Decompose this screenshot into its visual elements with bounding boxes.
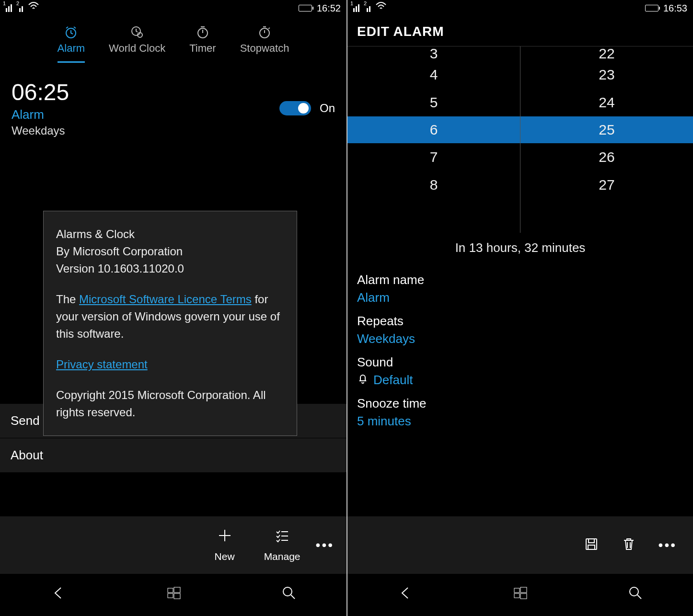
svg-rect-12 <box>588 545 595 549</box>
manage-button[interactable]: Manage <box>258 528 306 562</box>
delete-button[interactable] <box>621 536 636 554</box>
privacy-link[interactable]: Privacy statement <box>56 358 148 371</box>
picker-row[interactable]: 22 <box>520 46 693 61</box>
signal-sim2-icon: 2 <box>19 4 23 12</box>
minute-column[interactable]: 22 23 24 25 26 27 <box>520 46 693 233</box>
command-bar: ••• <box>347 516 693 574</box>
svg-rect-7 <box>168 593 173 598</box>
search-button[interactable] <box>628 585 643 605</box>
svg-rect-16 <box>520 593 527 599</box>
stopwatch-icon <box>257 25 272 39</box>
field-repeats[interactable]: Repeats Weekdays <box>357 314 683 346</box>
time-picker[interactable]: 3 4 5 6 7 8 22 23 24 25 26 27 <box>347 46 693 233</box>
about-item[interactable]: About <box>0 438 346 472</box>
field-snooze[interactable]: Snooze time 5 minutes <box>357 396 683 429</box>
toggle-state: On <box>320 102 335 115</box>
about-title: Alarms & Clock <box>56 228 135 240</box>
field-alarm-name[interactable]: Alarm name Alarm <box>357 273 683 305</box>
new-button[interactable]: New <box>201 528 249 562</box>
picker-row[interactable]: 24 <box>520 89 693 116</box>
countdown-text: In 13 hours, 32 minutes <box>347 233 693 259</box>
svg-rect-5 <box>168 588 173 593</box>
back-button[interactable] <box>50 585 67 605</box>
alarm-icon <box>64 25 78 39</box>
plus-icon <box>217 528 232 547</box>
back-button[interactable] <box>397 585 414 605</box>
tab-label: Alarm <box>58 42 85 55</box>
system-navbar <box>0 574 346 616</box>
picker-row-selected[interactable]: 25 <box>520 116 693 143</box>
tab-timer[interactable]: Timer <box>189 25 216 63</box>
cmdbar-label: New <box>215 551 235 562</box>
svg-rect-15 <box>514 593 520 598</box>
picker-row[interactable]: 3 <box>347 46 520 61</box>
start-button[interactable] <box>513 585 528 605</box>
svg-rect-13 <box>514 588 520 593</box>
battery-icon <box>299 5 312 11</box>
field-label: Snooze time <box>357 396 683 411</box>
tab-label: World Clock <box>109 42 165 55</box>
svg-point-9 <box>283 587 292 596</box>
picker-row[interactable]: 7 <box>347 143 520 171</box>
alarm-name: Alarm <box>12 107 69 122</box>
wifi-icon <box>28 1 39 13</box>
world-clock-icon <box>130 25 144 39</box>
about-version: Version 10.1603.11020.0 <box>56 262 184 275</box>
about-publisher: By Microsoft Corporation <box>56 245 183 258</box>
svg-rect-8 <box>174 593 180 599</box>
alarm-time: 06:25 <box>12 79 69 105</box>
manage-icon <box>275 528 290 547</box>
field-sound[interactable]: Sound Default <box>357 355 683 388</box>
status-bar: 1 2 16:52 <box>0 0 346 16</box>
status-bar: 1 2 16:53 <box>347 0 693 16</box>
tab-bar: Alarm World Clock Timer Stopwatch <box>0 16 346 66</box>
picker-row[interactable]: 8 <box>347 171 520 199</box>
wifi-icon <box>375 1 387 13</box>
sound-value-text: Default <box>373 373 413 388</box>
screen-edit-alarm: 1 2 16:53 EDIT ALARM 3 4 5 6 7 8 22 23 2… <box>346 0 693 616</box>
alarm-toggle[interactable] <box>279 101 311 115</box>
picker-row[interactable]: 23 <box>520 61 693 89</box>
field-value: 5 minutes <box>357 414 683 429</box>
alarm-item[interactable]: 06:25 Alarm Weekdays On <box>0 66 346 151</box>
picker-row-selected[interactable]: 6 <box>347 116 520 143</box>
hour-column[interactable]: 3 4 5 6 7 8 <box>347 46 520 233</box>
field-label: Sound <box>357 355 683 370</box>
more-button[interactable]: ••• <box>316 537 336 553</box>
command-bar: New Manage ••• <box>0 516 346 574</box>
status-clock: 16:52 <box>317 3 341 14</box>
page-title: EDIT ALARM <box>347 16 693 46</box>
cmdbar-label: Manage <box>264 551 300 562</box>
more-button[interactable]: ••• <box>658 537 679 553</box>
field-label: Alarm name <box>357 273 683 287</box>
timer-icon <box>196 25 210 39</box>
start-button[interactable] <box>167 585 181 605</box>
save-button[interactable] <box>584 536 599 554</box>
bell-icon <box>357 373 369 388</box>
signal-sim2-icon: 2 <box>367 4 370 12</box>
licence-link[interactable]: Microsoft Software Licence Terms <box>79 293 252 306</box>
picker-row[interactable]: 27 <box>520 171 693 199</box>
svg-rect-11 <box>589 539 594 543</box>
about-copyright: Copyright 2015 Microsoft Corporation. Al… <box>56 387 284 421</box>
system-navbar <box>347 574 693 616</box>
field-value: Default <box>357 373 683 388</box>
tab-stopwatch[interactable]: Stopwatch <box>240 25 289 63</box>
picker-row[interactable]: 5 <box>347 89 520 116</box>
picker-row[interactable]: 4 <box>347 61 520 89</box>
battery-icon <box>645 5 658 11</box>
field-value: Weekdays <box>357 331 683 346</box>
picker-row[interactable]: 26 <box>520 143 693 171</box>
tab-alarm[interactable]: Alarm <box>58 25 85 63</box>
screen-alarms: 1 2 16:52 Alarm World Clock <box>0 0 346 616</box>
tab-label: Timer <box>189 42 216 55</box>
field-value: Alarm <box>357 290 683 305</box>
tab-world-clock[interactable]: World Clock <box>109 25 165 63</box>
svg-point-17 <box>630 587 638 596</box>
licence-pre: The <box>56 293 79 306</box>
status-clock: 16:53 <box>663 3 687 14</box>
search-button[interactable] <box>281 585 297 605</box>
about-dialog: Alarms & Clock By Microsoft Corporation … <box>43 211 297 436</box>
svg-rect-6 <box>174 587 180 593</box>
alarm-fields: Alarm name Alarm Repeats Weekdays Sound … <box>347 259 693 437</box>
